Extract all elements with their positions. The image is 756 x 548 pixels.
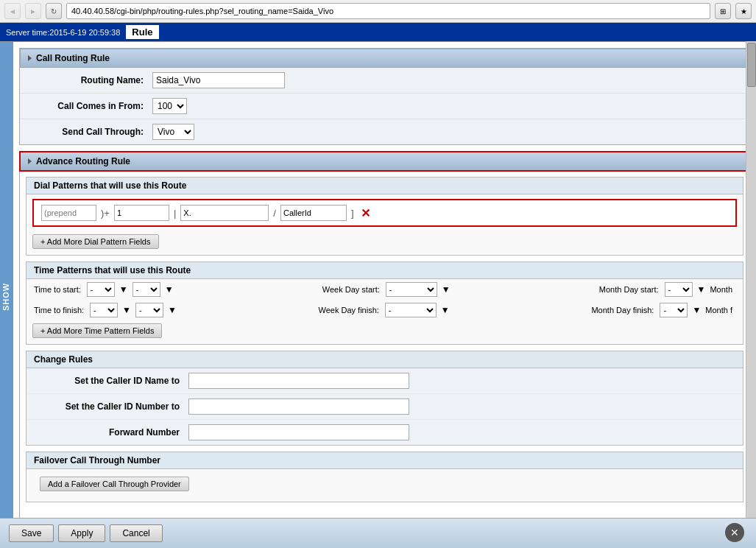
week-day-finish-select[interactable]: -MonTueWedThuFriSatSun bbox=[385, 303, 437, 317]
month-day-finish-label: Month Day finish: bbox=[591, 306, 657, 315]
scrollbar-thumb[interactable] bbox=[747, 43, 756, 87]
browser-chrome: ◄ ► ↻ ⊞ ★ Server time:2015-6-19 20:59:38… bbox=[0, 0, 756, 42]
routing-name-row: Routing Name: bbox=[20, 68, 749, 94]
x-icon: ✕ bbox=[361, 206, 370, 220]
scrollbar[interactable] bbox=[746, 41, 756, 521]
advance-routing-section: Advance Routing Rule Dial Patterns that … bbox=[19, 151, 750, 546]
forward-number-label: Forward Number bbox=[41, 427, 188, 438]
send-call-row: Send Call Through: Vivo Other bbox=[20, 119, 749, 144]
save-button[interactable]: Save bbox=[9, 524, 54, 542]
bookmark-button[interactable]: ⊞ bbox=[715, 3, 731, 19]
forward-number-row: Forward Number bbox=[27, 420, 743, 445]
add-time-pattern-button[interactable]: + Add More Time Pattern Fields bbox=[32, 323, 162, 338]
time-finish-min-select[interactable]: -00153045 bbox=[135, 303, 163, 317]
change-rules-header: Change Rules bbox=[27, 351, 743, 368]
prefix-input[interactable] bbox=[114, 205, 169, 221]
failover-section: Failover Call Through Number Add a Failo… bbox=[26, 452, 743, 502]
month-day-start-arrow: ▼ bbox=[696, 284, 707, 295]
failover-body: Add a Failover Call Through Provider bbox=[27, 469, 743, 502]
main-content: Call Routing Rule Routing Name: Call Com… bbox=[13, 42, 756, 548]
dial-patterns-header: Dial Patterns that will use this Route bbox=[27, 178, 743, 194]
time-start-label: Time to start: bbox=[34, 285, 84, 294]
call-comes-select[interactable]: 100 200 300 bbox=[152, 98, 187, 114]
call-comes-label: Call Comes in From: bbox=[35, 101, 152, 111]
month-day-start-label: Month Day start: bbox=[599, 285, 662, 294]
month-day-finish-arrow: ▼ bbox=[690, 305, 702, 315]
apply-button[interactable]: Apply bbox=[58, 524, 105, 542]
forward-number-input[interactable] bbox=[188, 424, 409, 440]
time-colon-3: ▼ bbox=[121, 305, 133, 315]
month-label: Month bbox=[710, 285, 735, 294]
time-colon-4: ▼ bbox=[166, 305, 178, 315]
browser-toolbar: ◄ ► ↻ ⊞ ★ bbox=[0, 0, 756, 23]
time-patterns-header: Time Patterns that will use this Route bbox=[27, 262, 743, 279]
caller-id-number-row: Set the Caller ID Number to bbox=[27, 394, 743, 420]
caller-id-name-label: Set the Caller ID Name to bbox=[41, 376, 188, 386]
address-bar[interactable] bbox=[66, 3, 710, 19]
caller-id-name-input[interactable] bbox=[188, 373, 409, 389]
callerid-input[interactable] bbox=[280, 205, 347, 221]
week-day-start-select[interactable]: -MonTueWedThuFriSatSun bbox=[386, 282, 437, 297]
call-routing-section: Call Routing Rule Routing Name: Call Com… bbox=[19, 48, 750, 145]
star-button[interactable]: ★ bbox=[735, 3, 752, 19]
time-start-min-select[interactable]: -00153045 bbox=[133, 282, 160, 297]
plus-sign: )+ bbox=[99, 208, 111, 219]
add-dial-pattern-button[interactable]: + Add More Dial Pattern Fields bbox=[32, 234, 159, 249]
time-finish-row: Time to finish: -1718 ▼ -00153045 ▼ Week… bbox=[27, 300, 743, 320]
time-colon-2: ▼ bbox=[163, 284, 175, 295]
refresh-button[interactable]: ↻ bbox=[46, 3, 62, 19]
show-tab[interactable]: SHOW bbox=[0, 42, 13, 548]
slash-sign: / bbox=[272, 208, 278, 219]
routing-name-label: Routing Name: bbox=[35, 75, 152, 85]
back-button[interactable]: ◄ bbox=[4, 3, 21, 19]
dial-patterns-subsection: Dial Patterns that will use this Route )… bbox=[26, 177, 743, 256]
caller-id-name-row: Set the Caller ID Name to bbox=[27, 368, 743, 394]
page-wrapper: SHOW Call Routing Rule Routing Name: Cal… bbox=[0, 42, 756, 548]
match-input[interactable] bbox=[180, 205, 269, 221]
call-routing-title: Call Routing Rule bbox=[36, 53, 110, 63]
time-finish-label: Time to finish: bbox=[34, 306, 87, 315]
weekday-start-arrow: ▼ bbox=[440, 284, 452, 295]
pipe-sign: | bbox=[172, 208, 177, 219]
close-button[interactable]: ✕ bbox=[725, 523, 744, 542]
week-day-finish-label: Week Day finish: bbox=[319, 306, 382, 315]
server-time-bar: Server time:2015-6-19 20:59:38 Rule bbox=[0, 23, 756, 41]
cancel-button[interactable]: Cancel bbox=[110, 524, 162, 542]
routing-name-input[interactable] bbox=[152, 72, 285, 88]
time-start-hour-select[interactable]: -89 bbox=[87, 282, 115, 297]
page-title: Rule bbox=[126, 25, 158, 39]
month-day-finish-select[interactable]: -12 bbox=[660, 303, 688, 317]
send-call-select[interactable]: Vivo Other bbox=[152, 124, 194, 140]
time-start-row: Time to start: -89 ▼ -00153045 ▼ Week Da… bbox=[27, 279, 743, 300]
add-failover-button[interactable]: Add a Failover Call Through Provider bbox=[40, 477, 189, 491]
time-colon-1: ▼ bbox=[118, 284, 130, 295]
weekday-finish-arrow: ▼ bbox=[439, 305, 451, 315]
advance-collapse-icon bbox=[28, 158, 32, 164]
remove-pattern-button[interactable]: ✕ bbox=[358, 206, 373, 220]
dial-pattern-row: )+ | / ] ✕ bbox=[32, 199, 737, 227]
advance-routing-header[interactable]: Advance Routing Rule bbox=[20, 152, 749, 171]
close-bracket: ] bbox=[350, 208, 356, 219]
time-patterns-subsection: Time Patterns that will use this Route T… bbox=[26, 261, 743, 345]
caller-id-number-input[interactable] bbox=[188, 398, 409, 415]
send-call-label: Send Call Through: bbox=[35, 127, 152, 137]
call-routing-header[interactable]: Call Routing Rule bbox=[20, 49, 749, 68]
prepend-input[interactable] bbox=[41, 205, 96, 221]
bottom-bar: Save Apply Cancel ✕ bbox=[0, 518, 756, 548]
forward-button[interactable]: ► bbox=[25, 3, 41, 19]
caller-id-number-label: Set the Caller ID Number to bbox=[41, 401, 188, 412]
time-finish-hour-select[interactable]: -1718 bbox=[90, 303, 118, 317]
collapse-icon bbox=[28, 55, 32, 61]
server-time-label: Server time:2015-6-19 20:59:38 bbox=[6, 28, 120, 37]
failover-header: Failover Call Through Number bbox=[27, 452, 743, 469]
change-rules-section: Change Rules Set the Caller ID Name to S… bbox=[26, 351, 743, 446]
call-comes-row: Call Comes in From: 100 200 300 bbox=[20, 94, 749, 119]
month-f-label: Month f bbox=[705, 306, 735, 315]
advance-routing-title: Advance Routing Rule bbox=[36, 156, 130, 166]
month-day-start-select[interactable]: -12 bbox=[665, 282, 693, 297]
week-day-start-label: Week Day start: bbox=[322, 285, 383, 294]
